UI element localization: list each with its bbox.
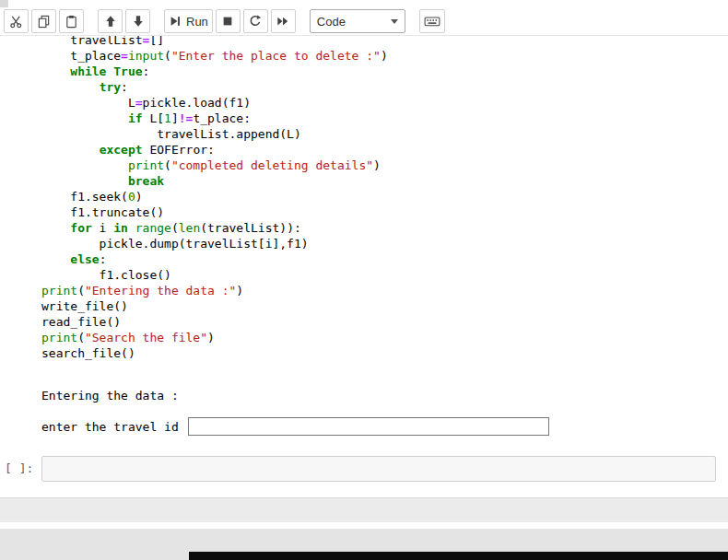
- interrupt-kernel-button[interactable]: [216, 9, 241, 33]
- code-line: except EOFError:: [41, 142, 728, 158]
- code-line: f1.close(): [41, 267, 728, 283]
- restart-kernel-button[interactable]: [243, 9, 268, 33]
- copy-icon: [37, 15, 51, 29]
- chevron-down-icon: [391, 19, 398, 24]
- code-line: f1.truncate(): [41, 204, 728, 220]
- cell-type-select[interactable]: Code: [310, 9, 405, 33]
- move-cell-up-button[interactable]: [98, 9, 123, 33]
- code-line: if L[1]!=t_place:: [41, 111, 728, 126]
- empty-cell-editor[interactable]: [41, 456, 716, 482]
- code-line: while True:: [41, 64, 728, 79]
- notebook-toolbar: Run Code: [0, 7, 728, 36]
- move-down-icon: [132, 15, 145, 28]
- code-line: else:: [41, 251, 728, 267]
- code-line: L=pickle.load(f1): [41, 95, 728, 111]
- move-cell-down-button[interactable]: [125, 9, 150, 33]
- code-line: try:: [41, 79, 728, 95]
- cell-type-value: Code: [317, 15, 346, 29]
- run-button-label: Run: [186, 15, 208, 29]
- restart-run-all-button[interactable]: [271, 9, 296, 33]
- code-line: pickle.dump(travelList[i],f1): [41, 236, 728, 251]
- paste-icon: [65, 15, 78, 29]
- keyboard-icon: [424, 15, 440, 28]
- code-line: travelList.append(L): [41, 126, 728, 142]
- run-icon: [169, 15, 182, 28]
- restart-icon: [249, 15, 262, 28]
- stop-icon: [221, 15, 234, 28]
- code-line: travelList=[]: [41, 36, 728, 48]
- copy-button[interactable]: [31, 9, 56, 33]
- stdin-input[interactable]: [188, 417, 549, 436]
- code-line: print("Entering the data :"): [41, 283, 728, 298]
- cut-button[interactable]: [4, 9, 29, 33]
- code-editor[interactable]: travelList=[] t_place=input("Enter the p…: [0, 36, 728, 361]
- command-palette-button[interactable]: [419, 9, 445, 33]
- empty-code-cell: [ ]:: [0, 456, 728, 482]
- paste-button[interactable]: [59, 9, 84, 33]
- bottom-gray-band-upper: [0, 497, 728, 522]
- code-line: write_file(): [41, 298, 728, 314]
- cell-input-prompt: [ ]:: [0, 456, 41, 482]
- code-line: f1.seek(0): [41, 189, 728, 204]
- bottom-black-bar: [189, 552, 728, 560]
- code-line: print("completed deleting details"): [41, 158, 728, 173]
- code-line: search_file(): [41, 345, 728, 361]
- stdin-prompt: enter the travel id: [41, 419, 186, 435]
- move-up-icon: [104, 15, 117, 28]
- stdin-row: enter the travel id: [41, 417, 728, 436]
- notebook-panel: travelList=[] t_place=input("Enter the p…: [0, 36, 728, 494]
- code-line: t_place=input("Enter the place to delete…: [41, 48, 728, 64]
- run-button[interactable]: Run: [164, 9, 213, 33]
- code-line: print("Search the file"): [41, 330, 728, 345]
- cell-output-area: Entering the data : enter the travel id: [0, 388, 728, 436]
- code-line: break: [41, 173, 728, 189]
- fast-forward-icon: [276, 15, 289, 28]
- output-text: Entering the data :: [41, 388, 728, 403]
- code-line: read_file(): [41, 314, 728, 330]
- cut-icon: [9, 15, 23, 29]
- code-line: for i in range(len(travelList)):: [41, 220, 728, 236]
